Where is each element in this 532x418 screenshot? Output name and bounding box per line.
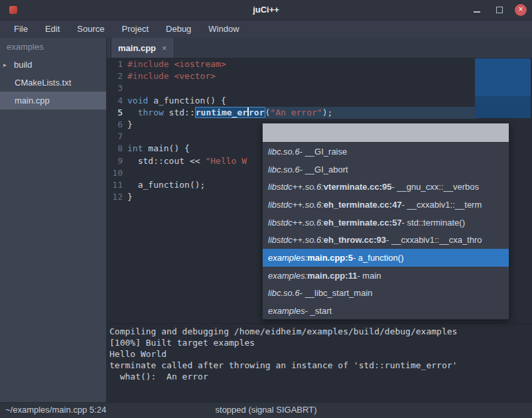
minimize-icon: [474, 11, 480, 13]
line-number[interactable]: 5: [107, 107, 127, 119]
menu-item-window[interactable]: Window: [200, 21, 247, 38]
console-line: terminate called after throwing an insta…: [109, 360, 529, 371]
tree-item-label: main.cpp: [15, 92, 50, 109]
tab-label: main.cpp: [118, 43, 156, 53]
line-number[interactable]: 8: [107, 143, 127, 155]
debug-line-highlight: ("An error");: [265, 107, 478, 119]
code-line-1[interactable]: 1#include <iostream>: [107, 58, 532, 70]
backtrace-popup: libc.so.6 - __GI_raiselibc.so.6 - __GI_a…: [262, 123, 509, 320]
menu-item-source[interactable]: Source: [68, 21, 113, 38]
menu-item-project[interactable]: Project: [113, 21, 157, 38]
highlighted-word: runtime_error: [195, 107, 265, 118]
close-icon: ×: [515, 4, 527, 15]
backtrace-item[interactable]: libc.so.6 - __GI_raise: [263, 143, 509, 161]
line-number[interactable]: 11: [107, 179, 127, 191]
window-title: juCi++: [0, 0, 532, 20]
tooltip-panel: [475, 58, 531, 96]
close-button[interactable]: ×: [515, 4, 527, 16]
line-number[interactable]: 10: [107, 167, 127, 179]
console-line: what(): An error: [109, 371, 529, 382]
code-line-5[interactable]: 5 throw std::runtime_error("An error");: [107, 107, 532, 119]
tree-item-label: build: [14, 56, 32, 74]
backtrace-item[interactable]: libstdc++.so.6:vterminate.cc:95 - __gnu_…: [263, 178, 509, 196]
line-number[interactable]: 6: [107, 119, 127, 131]
tab-close-icon[interactable]: ×: [162, 43, 167, 53]
expander-icon[interactable]: ▸: [3, 56, 14, 74]
debug-status: stopped (signal SIGABRT): [0, 403, 532, 417]
tree-item-build[interactable]: ▸ build: [0, 56, 106, 74]
console-line: Compiling and debugging /home/eidheim/ex…: [109, 326, 529, 337]
restore-icon: [496, 7, 503, 13]
titlebar: juCi++ ×: [0, 0, 532, 21]
backtrace-item[interactable]: libstdc++.so.6:eh_throw.cc:93 - __cxxabi…: [263, 231, 509, 249]
backtrace-item[interactable]: libc.so.6 - __GI_abort: [263, 161, 509, 178]
menu-item-debug[interactable]: Debug: [157, 21, 200, 38]
menu-item-file[interactable]: File: [5, 21, 36, 38]
code-line-3[interactable]: 3: [107, 82, 532, 94]
code-line-2[interactable]: 2#include <vector>: [107, 70, 532, 82]
line-number[interactable]: 2: [107, 70, 127, 82]
backtrace-item[interactable]: libstdc++.so.6:eh_terminate.cc:47 - __cx…: [263, 196, 509, 214]
menu-item-edit[interactable]: Edit: [36, 21, 68, 38]
restore-button[interactable]: [494, 4, 505, 16]
file-tree: examples ▸ build CMakeLists.txt main.cpp: [0, 38, 107, 403]
console-line: [100%] Built target examples: [109, 337, 529, 348]
backtrace-list: libc.so.6 - __GI_raiselibc.so.6 - __GI_a…: [263, 143, 509, 320]
line-number[interactable]: 9: [107, 155, 127, 167]
backtrace-item[interactable]: libstdc++.so.6:eh_terminate.cc:57 - std:…: [263, 214, 509, 232]
statusbar: ~/examples/main.cpp 5:24 stopped (signal…: [0, 402, 532, 418]
tree-item-label: CMakeLists.txt: [15, 74, 71, 92]
project-name: examples: [0, 38, 106, 56]
console-line: Hello World: [109, 348, 529, 360]
menubar: File Edit Source Project Debug Window: [0, 21, 532, 38]
line-number[interactable]: 7: [107, 131, 127, 143]
minimize-button[interactable]: [471, 4, 483, 16]
app-window: juCi++ × File Edit Source Project Debug …: [0, 0, 532, 418]
backtrace-item[interactable]: examples:main.cpp:11 - main: [263, 267, 509, 285]
line-number[interactable]: 3: [107, 82, 127, 94]
backtrace-filter-input[interactable]: [263, 123, 509, 143]
backtrace-item[interactable]: libc.so.6 - __libc_start_main: [263, 285, 509, 303]
code-line-4[interactable]: 4void a_function() {: [107, 95, 532, 107]
console-output[interactable]: Compiling and debugging /home/eidheim/ex…: [107, 323, 532, 403]
tab-main-cpp[interactable]: main.cpp ×: [111, 38, 174, 58]
tree-item-main-cpp[interactable]: main.cpp: [0, 92, 106, 109]
tabbar: main.cpp ×: [107, 38, 532, 58]
tree-item-cmakelists[interactable]: CMakeLists.txt: [0, 74, 106, 92]
tooltip-panel-shade: [475, 96, 531, 118]
line-number[interactable]: 1: [107, 58, 127, 70]
text-cursor: [247, 107, 249, 116]
backtrace-item[interactable]: examples - _start: [263, 302, 509, 320]
backtrace-item[interactable]: examples:main.cpp:5 - a_function(): [263, 249, 509, 267]
line-number[interactable]: 12: [107, 191, 127, 203]
line-number[interactable]: 4: [107, 95, 127, 107]
